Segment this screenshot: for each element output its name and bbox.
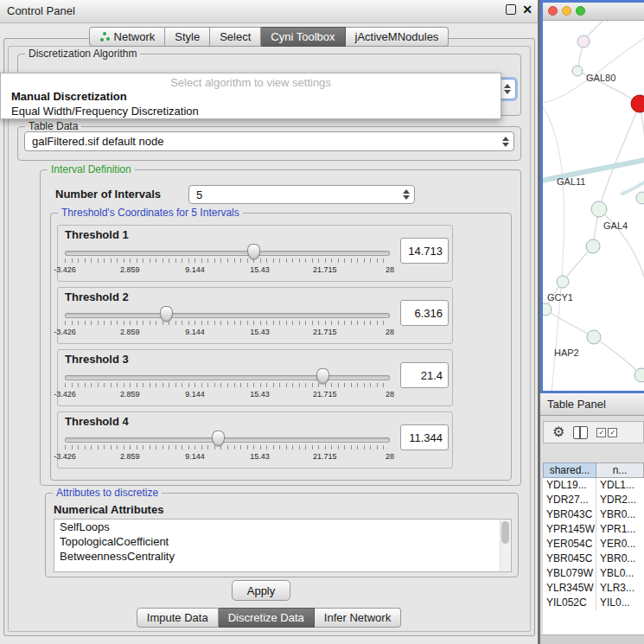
slider-track[interactable] (65, 313, 390, 318)
tab-impute-data[interactable]: Impute Data (137, 608, 219, 628)
slider-track[interactable] (65, 251, 390, 256)
network-edge[interactable] (543, 38, 644, 103)
cell-name: YLR3... (596, 581, 644, 596)
threshold-value-field[interactable]: 14.713 (400, 238, 449, 264)
columns-icon[interactable] (573, 426, 588, 439)
network-edge[interactable] (599, 104, 640, 209)
zoom-traffic-light-icon[interactable] (576, 6, 585, 16)
table-row[interactable]: YIL052CYIL0... (543, 596, 644, 610)
slider-thumb[interactable] (212, 430, 225, 446)
top-tabs: NetworkStyleSelectCyni ToolboxjActiveMNo… (0, 27, 538, 47)
tab-network[interactable]: Network (89, 27, 166, 47)
network-edge[interactable] (594, 337, 641, 375)
float-window-icon[interactable] (506, 4, 516, 15)
close-icon[interactable]: ✕ (522, 4, 532, 15)
table-row[interactable]: YDR27...YDR2... (543, 493, 644, 507)
node-label: GAL4 (603, 220, 628, 231)
slider-thumb[interactable] (316, 368, 329, 384)
tab-discretize-data[interactable]: Discretize Data (219, 608, 315, 628)
network-edge[interactable] (640, 104, 644, 202)
attributes-scrollbar[interactable] (500, 520, 511, 571)
titlebar-controls: ✕ (506, 4, 532, 15)
threshold-value-field[interactable]: 11.344 (400, 424, 449, 450)
table-panel-titlebar[interactable]: Table Panel (540, 393, 644, 416)
network-icon (99, 32, 110, 42)
slider-track[interactable] (65, 437, 390, 443)
table-data-select[interactable]: galFiltered.sif default node (24, 131, 514, 151)
column-header-shared-name[interactable]: shared... (543, 462, 596, 478)
scale-label: 15.43 (250, 452, 270, 461)
algorithm-option[interactable]: Manual Discretization (1, 89, 501, 104)
minimize-traffic-light-icon[interactable] (562, 6, 571, 16)
checkbox-icon[interactable]: ✓ (596, 428, 606, 437)
network-node[interactable] (557, 276, 569, 288)
threshold-slider[interactable]: -3.4262.8599.14415.4321.71528 (65, 226, 390, 281)
table-panel-title: Table Panel (547, 398, 606, 411)
table-panel-bottom-bar (540, 634, 644, 644)
algorithm-dropdown-popup: Select algorithm to view settings Manual… (0, 73, 501, 119)
scrollbar-thumb[interactable] (501, 521, 509, 544)
close-traffic-light-icon[interactable] (548, 6, 558, 16)
network-node[interactable] (577, 35, 590, 48)
network-node[interactable] (543, 303, 552, 316)
attribute-item[interactable]: BetweennessCentrality (54, 549, 511, 564)
attributes-list[interactable]: SelfLoopsTopologicalCoefficientBetweenne… (54, 519, 512, 572)
table-row[interactable]: YER054CYER0... (543, 537, 644, 552)
network-edge[interactable] (545, 309, 594, 337)
gear-icon[interactable]: ⚙ (552, 425, 564, 439)
algorithm-option[interactable]: Equal Width/Frequency Discretization (1, 104, 501, 118)
apply-button[interactable]: Apply (232, 580, 290, 601)
slider-thumb[interactable] (160, 306, 173, 322)
network-canvas[interactable]: GAL80GAL11GAL4GCY1HAP2 (543, 21, 644, 391)
slider-scale-labels: -3.4262.8599.14415.4321.71528 (65, 452, 390, 462)
table-row[interactable]: YDL19...YDL1... (543, 478, 644, 493)
table-row[interactable]: YPR145WYPR1... (543, 522, 644, 537)
cell-shared-name: YDR27... (543, 493, 596, 507)
scale-label: 21.715 (313, 452, 337, 461)
checkbox-icon[interactable]: ✓ (608, 428, 617, 437)
threshold-value-field[interactable]: 6.316 (400, 300, 449, 326)
table-panel-window: Table Panel ⚙ ✓ ✓ shared... n... YDL19..… (540, 393, 644, 644)
threshold-value-field[interactable]: 21.4 (400, 362, 449, 388)
cell-shared-name: YER054C (543, 537, 596, 552)
slider-track[interactable] (65, 375, 390, 380)
network-node[interactable] (634, 368, 644, 382)
table-rows: YDL19...YDL1...YDR27...YDR2...YBR043CYBR… (543, 478, 644, 610)
node-label: GAL80 (586, 73, 615, 83)
node-label: GCY1 (547, 292, 573, 303)
threshold-row-3: Threshold 3-3.4262.8599.14415.4321.71528… (57, 349, 453, 406)
threshold-slider[interactable]: -3.4262.8599.14415.4321.71528 (65, 350, 390, 405)
combo-stepper-icon (504, 84, 511, 94)
select-columns-icons: ✓ ✓ (596, 428, 617, 437)
tab-select[interactable]: Select (210, 27, 261, 47)
slider-thumb[interactable] (247, 244, 260, 259)
control-panel-titlebar[interactable]: Control Panel ✕ (0, 0, 538, 23)
table-row[interactable]: YBL079WYBL0... (543, 566, 644, 581)
scale-label: 21.715 (313, 390, 337, 399)
network-node[interactable] (636, 192, 644, 204)
network-node[interactable] (586, 239, 600, 253)
table-header-row: shared... n... (543, 462, 644, 478)
tab-cyni-toolbox[interactable]: Cyni Toolbox (261, 27, 345, 47)
network-edge[interactable] (622, 180, 644, 194)
numerical-attributes-label: Numerical Attributes (54, 503, 163, 516)
column-header-name[interactable]: n... (596, 462, 644, 478)
threshold-slider[interactable]: -3.4262.8599.14415.4321.71528 (65, 288, 390, 343)
tab-infer-network[interactable]: Infer Network (315, 608, 401, 628)
table-row[interactable]: YBR043CYBR0... (543, 507, 644, 522)
table-row[interactable]: YBR045CYBR0... (543, 552, 644, 566)
network-node[interactable] (591, 201, 607, 217)
node-label: HAP2 (554, 348, 579, 358)
table-row[interactable]: YLR345WYLR3... (543, 581, 644, 596)
network-node[interactable] (631, 95, 644, 112)
number-of-intervals-select[interactable]: 5 (188, 185, 415, 204)
tab-style[interactable]: Style (165, 27, 210, 47)
network-node[interactable] (587, 330, 601, 344)
network-node[interactable] (572, 66, 583, 76)
attribute-item[interactable]: SelfLoops (54, 520, 511, 534)
tab-jactivemnodules[interactable]: jActiveMNodules (346, 27, 450, 47)
attribute-item[interactable]: TopologicalCoefficient (54, 534, 511, 549)
network-window-titlebar[interactable] (543, 3, 644, 21)
threshold-slider[interactable]: -3.4262.8599.14415.4321.71528 (65, 412, 390, 468)
combo-stepper-icon (403, 189, 410, 200)
